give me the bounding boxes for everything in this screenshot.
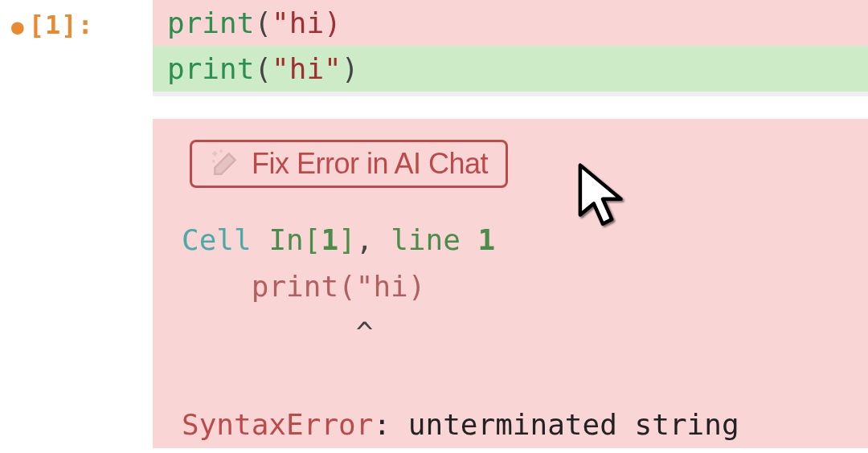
cell-prompt: [1]: (29, 10, 94, 40)
token-string: "hi) (272, 6, 342, 39)
token-paren: ) (342, 52, 359, 85)
code-editor[interactable]: print("hi) print("hi") (153, 0, 868, 96)
tb-colon: : (373, 408, 407, 441)
modified-indicator-icon: ● (11, 16, 24, 37)
tb-caret-indent (182, 316, 356, 349)
token-string: "hi" (272, 52, 342, 85)
token-func: print (167, 52, 254, 85)
cell-gutter: ● [1]: (0, 0, 153, 40)
tb-cell-word: Cell (182, 223, 268, 256)
tb-code-indent (182, 270, 252, 303)
error-output: Fix Error in AI Chat Cell In[1], line 1 … (153, 119, 868, 448)
tb-error-name: SyntaxError (182, 408, 373, 441)
tb-error-message: unterminated string (408, 408, 739, 441)
fix-error-button[interactable]: Fix Error in AI Chat (190, 140, 508, 188)
tb-cell-index: 1 (321, 223, 338, 256)
tb-brack-open: [ (304, 223, 321, 256)
tb-line-word: line (391, 223, 477, 256)
token-paren: ( (254, 6, 272, 39)
input-cell-row: ● [1]: print("hi) print("hi") (0, 0, 868, 96)
tb-caret: ^ (356, 316, 374, 349)
tb-brack-close: ] (338, 223, 356, 256)
traceback-text: Cell In[1], line 1 print("hi) ^ SyntaxEr… (182, 217, 839, 448)
tb-in-word: In (268, 223, 303, 256)
tb-comma: , (356, 223, 391, 256)
fix-error-button-label: Fix Error in AI Chat (252, 147, 488, 181)
tb-code-text: print("hi) (252, 270, 426, 303)
row-spacer (0, 96, 868, 119)
token-func: print (167, 6, 254, 39)
code-divider (153, 92, 868, 96)
diff-removed-line: print("hi) (153, 0, 868, 46)
tb-line-no: 1 (478, 223, 496, 256)
magic-wand-icon (210, 149, 240, 179)
diff-added-line: print("hi") (153, 46, 868, 92)
token-paren: ( (254, 52, 272, 85)
